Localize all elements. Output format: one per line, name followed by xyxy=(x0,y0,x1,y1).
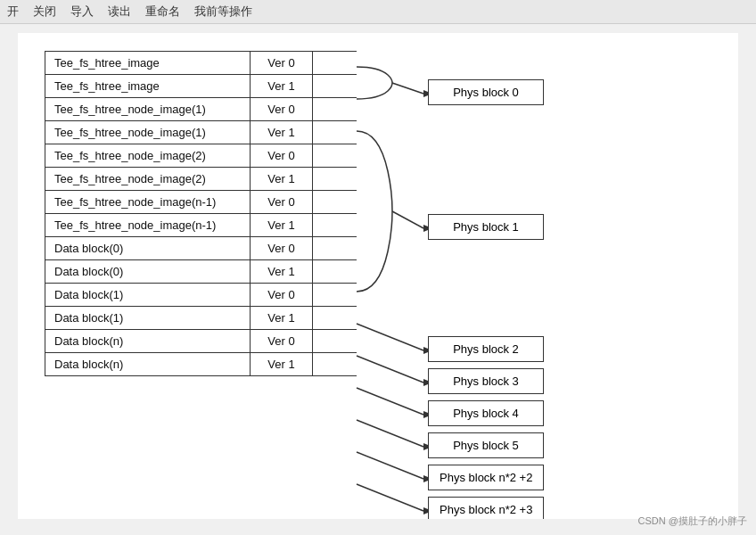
topbar-item[interactable]: 关闭 xyxy=(33,4,56,20)
diagram-area: Phys block 0Phys block 1Phys block 2Phys… xyxy=(357,51,711,519)
cell-name: Tee_fs_htree_image xyxy=(45,52,251,74)
table-row: Data block(0) Ver 0 xyxy=(45,237,357,260)
cell-ver: Ver 0 xyxy=(251,144,313,167)
table-row: Data block(0) Ver 1 xyxy=(45,260,357,284)
svg-line-4 xyxy=(357,324,423,350)
cell-ver: Ver 0 xyxy=(251,237,313,259)
cell-name: Tee_fs_htree_node_image(2) xyxy=(45,144,251,167)
svg-line-12 xyxy=(357,452,423,479)
phys-block-pb1: Phys block 1 xyxy=(428,214,544,240)
cell-ver: Ver 1 xyxy=(251,214,313,236)
topbar-item[interactable]: 重命名 xyxy=(145,4,180,20)
svg-line-2 xyxy=(392,211,423,228)
table-row: Data block(n) Ver 0 xyxy=(45,330,357,353)
cell-ver: Ver 1 xyxy=(251,353,313,375)
cell-ver: Ver 1 xyxy=(251,75,313,97)
watermark: CSDN @摸肚子的小胖子 xyxy=(638,514,747,528)
table-row: Tee_fs_htree_node_image(n-1) Ver 1 xyxy=(45,214,357,237)
cell-ver: Ver 0 xyxy=(251,98,313,120)
phys-block-pb0: Phys block 0 xyxy=(428,79,544,105)
cell-name: Tee_fs_htree_image xyxy=(45,75,251,97)
cell-ver: Ver 1 xyxy=(251,307,313,329)
cell-name: Tee_fs_htree_node_image(1) xyxy=(45,121,251,144)
cell-ver: Ver 0 xyxy=(251,284,313,306)
cell-ver: Ver 0 xyxy=(251,191,313,213)
cell-name: Tee_fs_htree_node_image(n-1) xyxy=(45,214,251,236)
svg-line-6 xyxy=(357,356,423,383)
cell-ver: Ver 1 xyxy=(251,260,313,283)
topbar-item[interactable]: 读出 xyxy=(108,4,131,20)
cell-name: Data block(1) xyxy=(45,307,251,329)
table-row: Tee_fs_htree_image Ver 0 xyxy=(45,52,357,75)
phys-block-pb5: Phys block 5 xyxy=(428,432,544,458)
svg-line-14 xyxy=(357,484,423,511)
main-content: Tee_fs_htree_image Ver 0 Tee_fs_htree_im… xyxy=(18,33,738,519)
phys-block-pb6: Phys block n*2 +2 xyxy=(428,465,544,490)
svg-line-8 xyxy=(357,388,423,415)
top-bar: 开 关闭 导入 读出 重命名 我前等操作 xyxy=(0,0,756,24)
phys-block-pb3: Phys block 3 xyxy=(428,368,544,394)
table-row: Data block(n) Ver 1 xyxy=(45,353,357,375)
phys-block-pb2: Phys block 2 xyxy=(428,336,544,362)
cell-name: Data block(n) xyxy=(45,330,251,352)
table-row: Tee_fs_htree_node_image(2) Ver 0 xyxy=(45,144,357,168)
cell-ver: Ver 1 xyxy=(251,168,313,190)
topbar-item[interactable]: 开 xyxy=(7,4,19,20)
cell-name: Data block(n) xyxy=(45,353,251,375)
table-row: Tee_fs_htree_node_image(n-1) Ver 0 xyxy=(45,191,357,214)
table-row: Tee_fs_htree_image Ver 1 xyxy=(45,75,357,98)
cell-ver: Ver 1 xyxy=(251,121,313,144)
table-row: Data block(1) Ver 1 xyxy=(45,307,357,330)
cell-name: Tee_fs_htree_node_image(1) xyxy=(45,98,251,120)
cell-name: Tee_fs_htree_node_image(n-1) xyxy=(45,191,251,213)
table-row: Data block(1) Ver 0 xyxy=(45,284,357,307)
topbar-item[interactable]: 我前等操作 xyxy=(194,4,252,20)
cell-name: Tee_fs_htree_node_image(2) xyxy=(45,168,251,190)
phys-block-pb4: Phys block 4 xyxy=(428,400,544,426)
table-row: Tee_fs_htree_node_image(1) Ver 1 xyxy=(45,121,357,144)
topbar-item[interactable]: 导入 xyxy=(70,4,94,20)
svg-line-10 xyxy=(357,420,423,447)
phys-block-pb7: Phys block n*2 +3 xyxy=(428,497,544,519)
cell-ver: Ver 0 xyxy=(251,330,313,352)
left-table: Tee_fs_htree_image Ver 0 Tee_fs_htree_im… xyxy=(45,51,357,376)
svg-line-0 xyxy=(392,83,423,94)
cell-ver: Ver 0 xyxy=(251,52,313,74)
table-row: Tee_fs_htree_node_image(2) Ver 1 xyxy=(45,168,357,191)
table-row: Tee_fs_htree_node_image(1) Ver 0 xyxy=(45,98,357,121)
cell-name: Data block(1) xyxy=(45,284,251,306)
cell-name: Data block(0) xyxy=(45,237,251,259)
cell-name: Data block(0) xyxy=(45,260,251,283)
